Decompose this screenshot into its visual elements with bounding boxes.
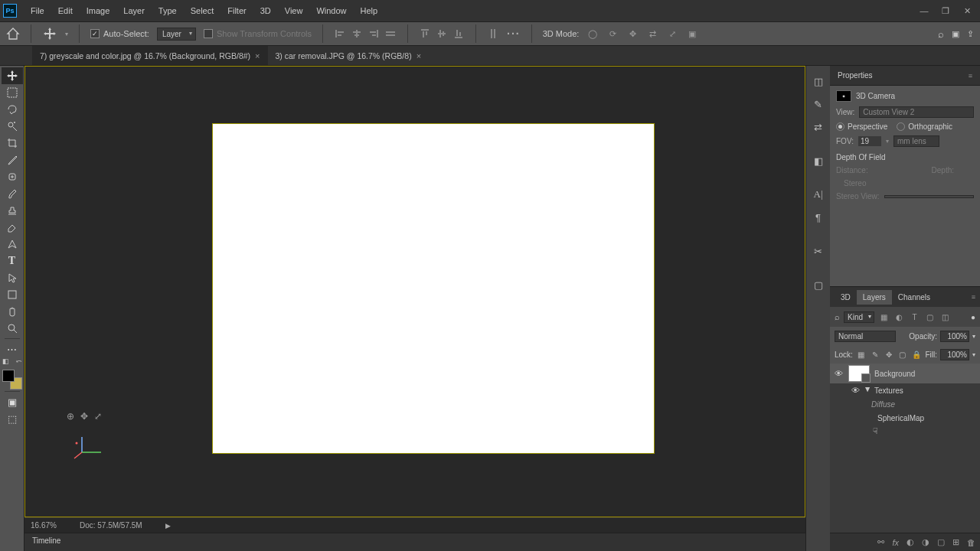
- lock-pixels-icon[interactable]: ✎: [870, 349, 880, 360]
- adjustment-icon[interactable]: ◑: [922, 537, 929, 547]
- healing-tool[interactable]: [2, 168, 23, 185]
- new-layer-icon[interactable]: ⊞: [952, 537, 959, 547]
- layer-thumbnail[interactable]: [848, 365, 870, 382]
- scale-icon[interactable]: ⤢: [94, 411, 102, 422]
- nav-icon[interactable]: ▢: [808, 274, 829, 295]
- close-icon[interactable]: ×: [416, 51, 421, 60]
- foreground-color[interactable]: [2, 370, 15, 382]
- target-icon[interactable]: ⊕: [67, 411, 74, 422]
- character-icon[interactable]: A|: [808, 184, 829, 205]
- menu-view[interactable]: View: [279, 3, 309, 18]
- menu-window[interactable]: Window: [310, 3, 352, 18]
- align-left-icon[interactable]: [334, 28, 346, 40]
- eraser-tool[interactable]: [2, 219, 23, 236]
- group-icon[interactable]: ▢: [937, 537, 945, 547]
- tab-3d[interactable]: 3D: [835, 290, 857, 305]
- document-tab[interactable]: 7) greyscale and color.jpg @ 16.7% (Back…: [32, 46, 268, 65]
- more-options-icon[interactable]: ···: [507, 28, 521, 40]
- caret-icon[interactable]: ▾: [972, 351, 975, 358]
- lock-transparency-icon[interactable]: ▦: [856, 349, 867, 360]
- fov-input[interactable]: 19: [858, 136, 881, 146]
- filter-adjust-icon[interactable]: ◐: [893, 311, 905, 323]
- tab-channels[interactable]: Channels: [892, 290, 936, 305]
- color-swatches[interactable]: [2, 370, 22, 390]
- status-arrow-icon[interactable]: ▶: [165, 522, 171, 530]
- menu-type[interactable]: Type: [152, 3, 183, 18]
- scale3d-icon[interactable]: ⤢: [666, 28, 678, 40]
- align-center-h-icon[interactable]: [351, 28, 363, 40]
- layer-name[interactable]: Background: [874, 370, 915, 378]
- disclosure-icon[interactable]: ▶: [864, 386, 871, 394]
- opacity-input[interactable]: 100%: [940, 331, 969, 342]
- share-icon[interactable]: ⇪: [967, 29, 974, 39]
- history-icon[interactable]: ◫: [808, 70, 829, 92]
- zoom-level[interactable]: 16.67%: [31, 521, 57, 530]
- menu-layer[interactable]: Layer: [117, 3, 151, 18]
- quick-select-tool[interactable]: [2, 118, 23, 135]
- orbit3d-icon[interactable]: ◯: [586, 28, 599, 40]
- menu-filter[interactable]: Filter: [221, 3, 252, 18]
- timeline-panel[interactable]: Timeline: [24, 533, 805, 551]
- panel-menu-icon[interactable]: ≡: [969, 72, 972, 80]
- auto-select-checkbox[interactable]: Auto-Select:: [90, 29, 149, 38]
- align-top-icon[interactable]: [419, 28, 431, 40]
- layer-row[interactable]: 👁 Background: [830, 364, 980, 383]
- canvas-viewport[interactable]: ⊕ ✥ ⤢: [24, 66, 805, 517]
- edit-toolbar-icon[interactable]: ⋯: [2, 341, 23, 357]
- maximize-icon[interactable]: ❐: [940, 5, 951, 16]
- menu-edit[interactable]: Edit: [52, 3, 79, 18]
- 3d-ground-controls[interactable]: ⊕ ✥ ⤢: [67, 411, 102, 422]
- mask-icon[interactable]: ◐: [906, 537, 914, 547]
- fov-unit-dropdown[interactable]: mm lens: [893, 135, 939, 147]
- menu-image[interactable]: Image: [80, 3, 116, 18]
- filter-toggle[interactable]: ●: [971, 313, 975, 321]
- doc-size[interactable]: Doc: 57.5M/57.5M: [80, 521, 142, 530]
- pen-tool[interactable]: [2, 236, 23, 253]
- distribute-h-icon[interactable]: [384, 28, 397, 40]
- fx-icon[interactable]: fx: [892, 538, 899, 547]
- move-tool-icon[interactable]: [42, 26, 57, 41]
- filter-shape-icon[interactable]: ▢: [924, 311, 936, 323]
- filter-type-icon[interactable]: T: [909, 311, 920, 323]
- zoom-tool[interactable]: [2, 320, 23, 337]
- search-icon[interactable]: ⌕: [835, 312, 840, 321]
- adjustments-icon[interactable]: ⇄: [808, 116, 829, 138]
- type-tool[interactable]: T: [2, 253, 23, 269]
- properties-tab[interactable]: Properties ≡: [830, 66, 980, 86]
- hand-tool[interactable]: [2, 303, 23, 320]
- move-icon[interactable]: ✥: [80, 411, 88, 422]
- link-icon[interactable]: ⚯: [877, 537, 884, 547]
- tool-preset-caret[interactable]: ▾: [65, 31, 68, 37]
- panel-menu-icon[interactable]: ≡: [972, 293, 975, 301]
- lock-position-icon[interactable]: ✥: [884, 349, 894, 360]
- close-icon[interactable]: ✕: [962, 5, 972, 16]
- path-select-tool[interactable]: [2, 269, 23, 286]
- kind-dropdown[interactable]: Kind: [844, 311, 874, 323]
- 3d-axis-widget[interactable]: [70, 429, 109, 460]
- tools-icon[interactable]: ✂: [808, 240, 829, 262]
- pan3d-icon[interactable]: ✥: [626, 28, 639, 40]
- menu-3d[interactable]: 3D: [254, 3, 277, 18]
- lock-all-icon[interactable]: 🔒: [911, 349, 922, 360]
- view-dropdown[interactable]: Custom View 2: [859, 106, 974, 118]
- fov-caret[interactable]: ▾: [886, 138, 889, 145]
- orthographic-radio[interactable]: Orthographic: [897, 122, 952, 131]
- camera3d-icon[interactable]: ▣: [686, 28, 698, 40]
- perspective-radio[interactable]: Perspective: [836, 122, 887, 131]
- diffuse-row[interactable]: Diffuse: [830, 397, 980, 411]
- quickmask-icon[interactable]: ▣: [2, 393, 23, 410]
- filter-smart-icon[interactable]: ◫: [939, 311, 951, 323]
- minimize-icon[interactable]: —: [919, 5, 929, 16]
- show-transform-checkbox[interactable]: Show Transform Controls: [204, 29, 312, 38]
- delete-icon[interactable]: 🗑: [967, 538, 975, 547]
- marquee-tool[interactable]: [2, 84, 23, 101]
- home-icon[interactable]: [6, 27, 20, 41]
- swap-default-colors[interactable]: ◧ ⤺: [2, 357, 22, 367]
- search-icon[interactable]: ⌕: [938, 28, 944, 40]
- fill-input[interactable]: 100%: [940, 349, 969, 360]
- document-canvas[interactable]: [212, 123, 655, 454]
- menu-select[interactable]: Select: [185, 3, 220, 18]
- align-bottom-icon[interactable]: [452, 28, 465, 40]
- brush-icon[interactable]: ✎: [808, 93, 829, 115]
- auto-select-target-dropdown[interactable]: Layer: [157, 28, 196, 41]
